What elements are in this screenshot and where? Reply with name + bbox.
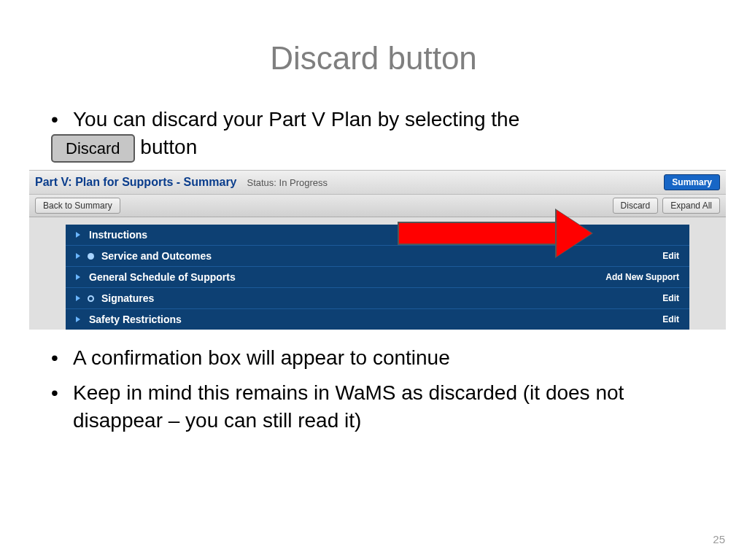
bullet-1-text-post: button	[140, 136, 197, 158]
accordion-row-safety-restrictions[interactable]: Safety Restrictions Edit	[66, 309, 689, 330]
accordion-row-general-schedule[interactable]: General Schedule of Supports Add New Sup…	[66, 267, 689, 288]
bullet-1-text-pre: You can discard your Part V Plan by sele…	[73, 108, 519, 131]
back-to-summary-button[interactable]: Back to Summary	[35, 198, 120, 214]
caret-icon	[76, 232, 80, 238]
edit-link[interactable]: Edit	[662, 251, 679, 261]
caret-icon	[76, 253, 80, 259]
bullet-list-bottom: A confirmation box will appear to contin…	[0, 341, 747, 434]
page-number: 25	[713, 533, 725, 545]
discard-inline-button: Discard	[51, 134, 135, 163]
row-label: Safety Restrictions	[89, 314, 182, 325]
status-dot-filled-icon	[88, 253, 94, 260]
bullet-list-top: You can discard your Part V Plan by sele…	[0, 77, 747, 163]
app-header-title: Part V: Plan for Supports - Summary	[35, 176, 237, 189]
row-label: General Schedule of Supports	[89, 271, 236, 283]
expand-all-button[interactable]: Expand All	[662, 198, 720, 214]
status-dot-outline-icon	[88, 295, 94, 302]
row-label: Instructions	[89, 229, 147, 241]
app-screenshot: Part V: Plan for Supports - Summary Stat…	[29, 170, 726, 330]
bullet-2: A confirmation box will appear to contin…	[51, 344, 707, 372]
caret-icon	[76, 316, 80, 322]
bullet-3: Keep in mind this remains in WaMS as dis…	[51, 379, 707, 435]
caret-icon	[76, 274, 80, 280]
discard-button[interactable]: Discard	[613, 198, 659, 214]
bullet-1: You can discard your Part V Plan by sele…	[51, 106, 707, 163]
slide-title: Discard button	[0, 0, 747, 77]
summary-button[interactable]: Summary	[664, 174, 720, 190]
edit-link[interactable]: Edit	[662, 293, 679, 303]
app-status: Status: In Progress	[247, 177, 328, 188]
red-arrow-annotation	[398, 211, 602, 255]
accordion-row-signatures[interactable]: Signatures Edit	[66, 288, 689, 309]
row-label: Service and Outcomes	[101, 250, 212, 262]
app-header: Part V: Plan for Supports - Summary Stat…	[29, 171, 726, 195]
row-label: Signatures	[101, 292, 154, 304]
app-toolbar: Back to Summary Discard Expand All	[29, 195, 726, 217]
add-new-support-link[interactable]: Add New Support	[605, 272, 679, 282]
caret-icon	[76, 295, 80, 301]
edit-link[interactable]: Edit	[662, 314, 679, 324]
